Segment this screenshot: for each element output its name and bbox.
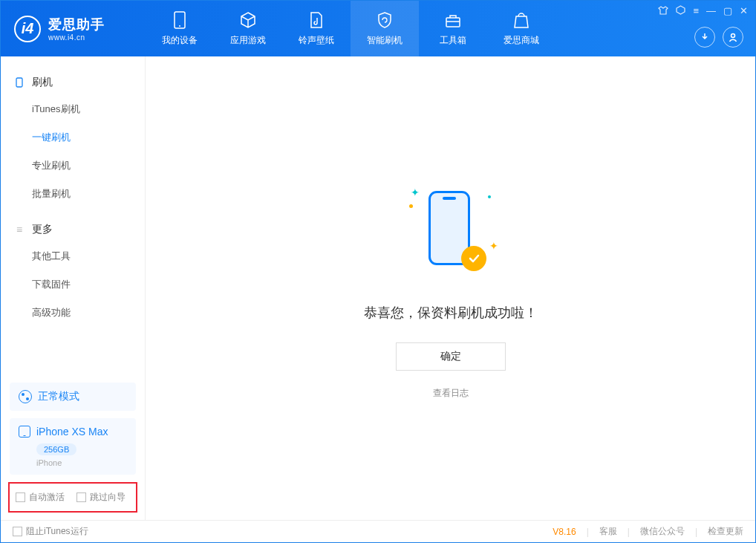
cube-icon (239, 10, 257, 30)
logo-area: i4 爱思助手 www.i4.cn (1, 16, 146, 42)
sidebar-item-pro-flash[interactable]: 专业刷机 (1, 152, 145, 180)
sidebar-item-advanced[interactable]: 高级功能 (1, 299, 145, 327)
separator: | (628, 527, 630, 537)
tab-apps-games[interactable]: 应用游戏 (214, 1, 282, 56)
cube-small-icon[interactable] (676, 5, 685, 18)
menu-icon[interactable]: ≡ (693, 5, 699, 18)
checkbox-label: 跳过向导 (90, 491, 126, 504)
shopping-bag-icon (513, 10, 529, 30)
app-subtitle: www.i4.cn (48, 33, 105, 42)
success-message: 恭喜您，保资料刷机成功啦！ (364, 304, 538, 322)
tab-label: 我的设备 (162, 34, 198, 47)
close-button[interactable]: ✕ (740, 5, 748, 18)
list-icon: ≡ (14, 224, 25, 235)
tab-smart-flash[interactable]: 智能刷机 (351, 1, 419, 56)
device-box[interactable]: iPhone XS Max 256GB iPhone (10, 418, 136, 475)
version-label: V8.16 (553, 527, 576, 537)
group-title: 刷机 (32, 76, 53, 89)
options-highlight: 自动激活 跳过向导 (8, 482, 137, 513)
app-window: i4 爱思助手 www.i4.cn 我的设备 应用游戏 铃声壁纸 智能刷机 (0, 0, 756, 543)
success-illustration: ✦ ✦ (399, 178, 503, 282)
view-log-link[interactable]: 查看日志 (433, 387, 469, 400)
svg-point-1 (179, 25, 180, 27)
tab-label: 爱思商城 (504, 34, 539, 47)
window-controls: ≡ — ▢ ✕ (658, 5, 748, 18)
checkbox-box (13, 527, 22, 536)
minimize-button[interactable]: — (706, 5, 716, 18)
sidebar-item-other-tools[interactable]: 其他工具 (1, 242, 145, 270)
sidebar-item-oneclick-flash[interactable]: 一键刷机 (1, 123, 145, 152)
group-more: ≡ 更多 (1, 217, 145, 242)
device-type: iPhone (36, 458, 127, 467)
separator: | (695, 527, 697, 537)
checkbox-box (76, 492, 86, 502)
main-panel: ✦ ✦ 恭喜您，保资料刷机成功啦！ 确定 查看日志 (146, 56, 755, 520)
dot-icon (409, 204, 413, 208)
phone-small-icon (14, 77, 25, 88)
checkbox-label: 自动激活 (29, 491, 65, 504)
footer-link-support[interactable]: 客服 (599, 525, 617, 538)
mode-icon (19, 390, 32, 403)
sidebar-item-batch-flash[interactable]: 批量刷机 (1, 180, 145, 208)
footer-link-wechat[interactable]: 微信公众号 (640, 525, 685, 538)
svg-rect-2 (446, 18, 460, 27)
checkbox-auto-activate[interactable]: 自动激活 (16, 491, 65, 504)
header-right: ≡ — ▢ ✕ (651, 1, 755, 56)
music-file-icon (309, 10, 324, 30)
tab-store[interactable]: 爱思商城 (487, 1, 555, 56)
shirt-icon[interactable] (658, 5, 668, 18)
header-actions (694, 27, 748, 52)
dot-icon (488, 195, 491, 198)
user-button[interactable] (723, 27, 743, 48)
device-capacity: 256GB (36, 443, 76, 455)
nav: 刷机 iTunes刷机 一键刷机 专业刷机 批量刷机 ≡ 更多 其他工具 下载固… (1, 56, 145, 383)
svg-rect-4 (16, 78, 22, 87)
tab-label: 应用游戏 (230, 34, 266, 47)
checkbox-label: 阻止iTunes运行 (26, 525, 88, 538)
separator: | (587, 527, 589, 537)
tab-toolbox[interactable]: 工具箱 (419, 1, 487, 56)
sidebar-item-download-firmware[interactable]: 下载固件 (1, 270, 145, 299)
sidebar: 刷机 iTunes刷机 一键刷机 专业刷机 批量刷机 ≡ 更多 其他工具 下载固… (1, 56, 146, 520)
top-tabs: 我的设备 应用游戏 铃声壁纸 智能刷机 工具箱 爱思商城 (146, 1, 555, 56)
sparkle-icon: ✦ (489, 240, 498, 252)
toolbox-icon (444, 10, 462, 30)
checkbox-box (16, 492, 25, 502)
device-icon (19, 426, 30, 438)
app-title: 爱思助手 (48, 16, 105, 33)
sparkle-icon: ✦ (411, 186, 420, 198)
mode-box[interactable]: 正常模式 (10, 383, 136, 411)
tab-ringtones-wallpapers[interactable]: 铃声壁纸 (282, 1, 351, 56)
tab-label: 铃声壁纸 (299, 34, 334, 47)
ok-button[interactable]: 确定 (396, 342, 506, 371)
body: 刷机 iTunes刷机 一键刷机 专业刷机 批量刷机 ≡ 更多 其他工具 下载固… (1, 56, 755, 520)
mode-label: 正常模式 (38, 390, 79, 403)
tab-my-device[interactable]: 我的设备 (146, 1, 214, 56)
tab-label: 智能刷机 (367, 34, 403, 47)
sidebar-item-itunes-flash[interactable]: iTunes刷机 (1, 95, 145, 123)
footer-link-update[interactable]: 检查更新 (708, 525, 743, 538)
checkbox-block-itunes[interactable]: 阻止iTunes运行 (13, 525, 88, 538)
check-badge-icon (461, 246, 486, 271)
download-button[interactable] (694, 27, 715, 48)
phone-icon (174, 10, 186, 30)
tab-label: 工具箱 (440, 34, 466, 47)
group-title: 更多 (32, 223, 53, 236)
logo-icon: i4 (14, 16, 41, 42)
shield-refresh-icon (376, 10, 394, 30)
footer: 阻止iTunes运行 V8.16 | 客服 | 微信公众号 | 检查更新 (1, 520, 755, 542)
device-name: iPhone XS Max (36, 426, 108, 438)
maximize-button[interactable]: ▢ (723, 5, 732, 18)
svg-point-3 (731, 34, 735, 38)
header: i4 爱思助手 www.i4.cn 我的设备 应用游戏 铃声壁纸 智能刷机 (1, 1, 755, 56)
group-flash: 刷机 (1, 70, 145, 95)
checkbox-skip-guide[interactable]: 跳过向导 (76, 491, 126, 504)
